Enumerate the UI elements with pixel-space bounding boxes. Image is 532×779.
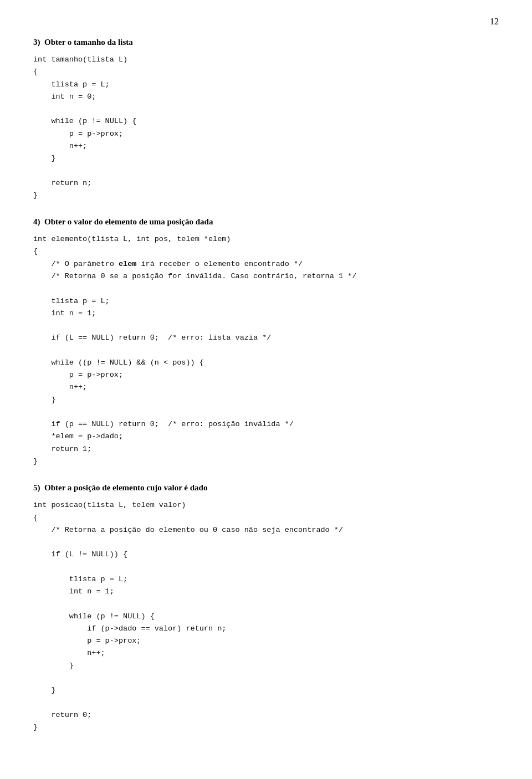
section-4-title: Obter o valor do elemento de uma posição… <box>44 217 213 226</box>
section-4-heading: 4) Obter o valor do elemento de uma posi… <box>33 217 499 227</box>
page-number: 12 <box>490 17 499 27</box>
section-3-code: int tamanho(tlista L) { tlista p = L; in… <box>33 54 499 202</box>
section-3-title: Obter o tamanho da lista <box>44 38 133 47</box>
section-3: 3) Obter o tamanho da lista int tamanho(… <box>33 38 499 202</box>
section-5: 5) Obter a posição de elemento cujo valo… <box>33 483 499 734</box>
section-5-title: Obter a posição de elemento cujo valor é… <box>44 483 207 492</box>
section-4: 4) Obter o valor do elemento de uma posi… <box>33 217 499 468</box>
section-5-heading: 5) Obter a posição de elemento cujo valo… <box>33 483 499 493</box>
section-5-number: 5) <box>33 483 40 492</box>
section-3-number: 3) <box>33 38 40 47</box>
section-3-heading: 3) Obter o tamanho da lista <box>33 38 499 47</box>
section-5-code: int posicao(tlista L, telem valor) { /* … <box>33 499 499 734</box>
section-4-code: int elemento(tlista L, int pos, telem *e… <box>33 233 499 468</box>
section-4-number: 4) <box>33 217 40 226</box>
